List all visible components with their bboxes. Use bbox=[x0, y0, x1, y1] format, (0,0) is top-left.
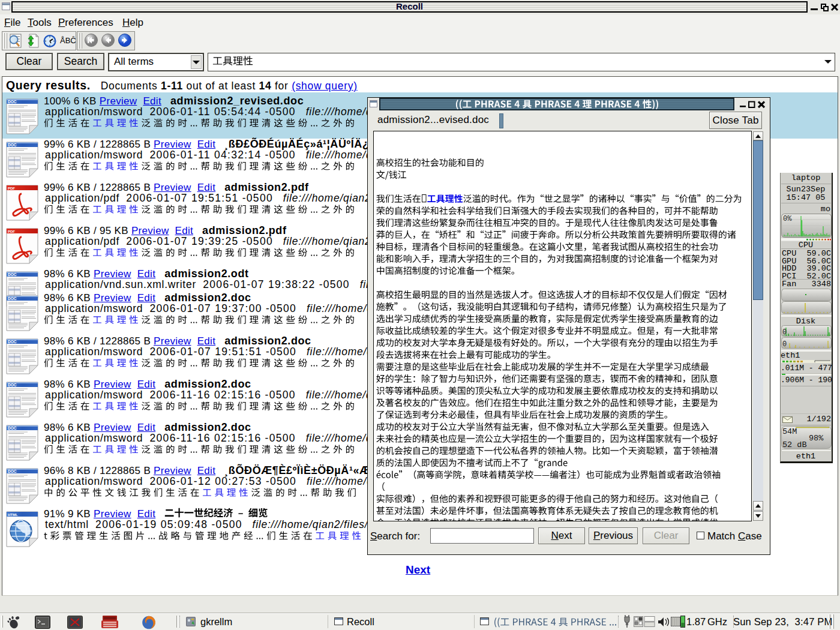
svg-text:54M: 54M bbox=[782, 427, 797, 436]
svg-text:0%: 0% bbox=[783, 215, 792, 223]
svg-text:98%: 98% bbox=[809, 434, 824, 443]
svg-text:52 dB: 52 dB bbox=[782, 440, 807, 449]
svg-text:0: 0 bbox=[782, 340, 787, 349]
svg-text:0: 0 bbox=[782, 328, 787, 337]
